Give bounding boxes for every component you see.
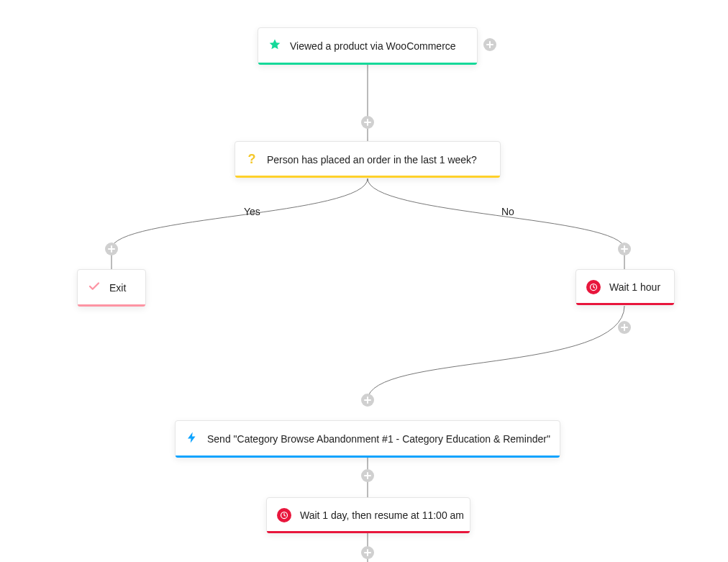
add-button[interactable] [105, 243, 118, 255]
action-label: Send "Category Browse Abandonment #1 - C… [207, 433, 550, 445]
branch-label-no: No [501, 206, 514, 217]
add-button[interactable] [618, 321, 631, 334]
accent-bar [267, 531, 470, 533]
star-icon [268, 38, 281, 54]
accent-bar [235, 176, 500, 178]
add-button[interactable] [618, 243, 631, 255]
accent-bar [78, 304, 145, 307]
accent-bar [258, 63, 477, 65]
question-icon: ? [245, 152, 258, 167]
exit-node[interactable]: Exit [77, 269, 146, 307]
condition-node[interactable]: ? Person has placed an order in the last… [235, 141, 501, 178]
trigger-label: Viewed a product via WooCommerce [290, 40, 456, 52]
wait-label: Wait 1 hour [609, 281, 660, 293]
action-node[interactable]: Send "Category Browse Abandonment #1 - C… [175, 420, 560, 458]
add-button[interactable] [361, 469, 374, 482]
branch-label-yes: Yes [244, 206, 260, 217]
wait-node[interactable]: Wait 1 hour [575, 269, 675, 305]
bolt-icon [186, 431, 199, 447]
accent-bar [176, 456, 560, 458]
add-button[interactable] [361, 394, 374, 407]
condition-label: Person has placed an order in the last 1… [267, 154, 477, 166]
add-button[interactable] [483, 38, 496, 51]
clock-icon [277, 508, 291, 522]
wait-node[interactable]: Wait 1 day, then resume at 11:00 am [266, 497, 470, 533]
exit-label: Exit [109, 282, 126, 294]
trigger-node[interactable]: Viewed a product via WooCommerce [258, 27, 478, 65]
check-icon [88, 280, 101, 296]
clock-icon [586, 280, 601, 294]
workflow-canvas: Yes No Viewed a product via WooCommerce … [0, 0, 728, 562]
accent-bar [576, 303, 674, 305]
wait-label: Wait 1 day, then resume at 11:00 am [300, 509, 464, 521]
add-button[interactable] [361, 116, 374, 129]
add-button[interactable] [361, 546, 374, 559]
